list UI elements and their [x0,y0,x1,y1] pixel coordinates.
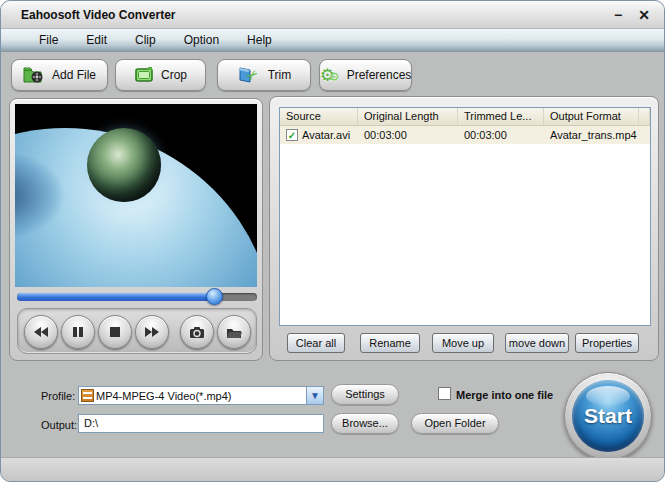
chevron-down-icon[interactable]: ▼ [306,387,323,404]
profile-combobox[interactable]: MP4-MPEG-4 Video(*.mp4) ▼ [78,386,324,405]
table-header: Source Original Length Trimmed Le... Out… [280,108,650,126]
move-down-button[interactable]: move down [505,333,569,353]
trim-button[interactable]: ✂ Trim [217,59,311,91]
open-folder-button[interactable]: Open Folder [411,413,499,434]
rewind-button[interactable] [24,315,58,349]
row-output-format: Avatar_trans.mp4 [544,129,639,141]
settings-button[interactable]: Settings [331,384,399,405]
row-original-length: 00:03:00 [358,129,458,141]
merge-label: Merge into one file [456,389,553,401]
earth-image [87,128,161,202]
trim-label: Trim [268,68,292,82]
film-strip-icon [81,389,94,402]
output-path-field[interactable]: D:\ [78,414,324,433]
video-preview [15,104,257,287]
column-trimmed-length[interactable]: Trimmed Le... [458,108,544,125]
menu-edit[interactable]: Edit [72,33,121,47]
merge-checkbox[interactable] [438,387,451,400]
row-source: Avatar.avi [302,129,350,141]
menu-file[interactable]: File [25,33,72,47]
playback-controls [17,308,257,354]
row-trimmed-length: 00:03:00 [458,129,544,141]
preferences-icon: ⚙⚙ [320,67,340,84]
fast-forward-button[interactable] [135,315,169,349]
title-bar: Eahoosoft Video Converter − ✕ [1,1,664,29]
crop-label: Crop [161,68,187,82]
preferences-label: Preferences [347,68,412,82]
menu-option[interactable]: Option [170,33,233,47]
add-file-button[interactable]: Add File [11,59,108,91]
pause-button[interactable] [61,315,95,349]
close-button[interactable]: ✕ [638,1,650,29]
seek-knob[interactable] [206,288,223,305]
output-label: Output: [41,419,77,431]
bottom-strip [1,457,664,482]
properties-button[interactable]: Properties [575,333,639,353]
rename-button[interactable]: Rename [360,333,420,353]
preferences-button[interactable]: ⚙⚙ Preferences [319,59,412,91]
row-checkbox[interactable]: ✓ [286,129,298,141]
minimize-button[interactable]: − [614,1,622,29]
seek-progress [17,293,214,301]
column-output-format[interactable]: Output Format [544,108,639,125]
column-original-length[interactable]: Original Length [358,108,458,125]
profile-label: Profile: [41,390,75,402]
add-file-icon [23,66,45,84]
table-row[interactable]: ✓ Avatar.avi 00:03:00 00:03:00 Avatar_tr… [280,126,650,144]
column-source[interactable]: Source [280,108,358,125]
open-snapshot-folder-button[interactable] [217,315,251,349]
start-button-face: Start [572,380,644,452]
trim-icon: ✂ [237,65,261,85]
move-up-button[interactable]: Move up [432,333,494,353]
add-file-label: Add File [52,68,96,82]
window-title: Eahoosoft Video Converter [21,8,175,22]
profile-value: MP4-MPEG-4 Video(*.mp4) [96,390,306,402]
start-label: Start [584,404,632,428]
seek-bar[interactable] [17,293,257,301]
menu-clip[interactable]: Clip [121,33,170,47]
clear-all-button[interactable]: Clear all [287,333,345,353]
menu-bar: File Edit Clip Option Help [1,29,664,52]
file-table: Source Original Length Trimmed Le... Out… [279,107,651,326]
snapshot-button[interactable] [180,315,214,349]
crop-button[interactable]: Crop [115,59,206,91]
browse-button[interactable]: Browse... [331,413,399,434]
stop-button[interactable] [98,315,132,349]
menu-help[interactable]: Help [233,33,286,47]
crop-icon [134,66,154,84]
file-list-panel: Source Original Length Trimmed Le... Out… [269,96,659,361]
preview-panel [9,98,263,361]
start-button[interactable]: Start [564,372,652,460]
app-window: Eahoosoft Video Converter − ✕ File Edit … [0,0,665,482]
